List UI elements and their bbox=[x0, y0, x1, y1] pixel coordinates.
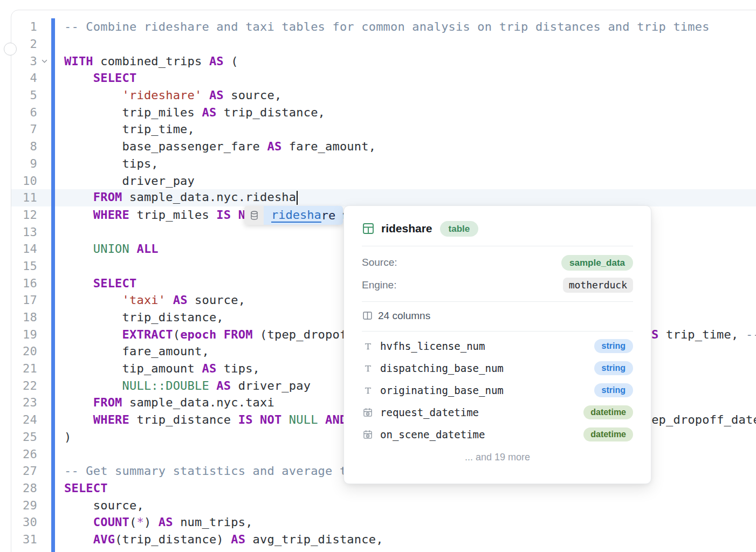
line-number: 15 bbox=[11, 259, 37, 273]
datetime-type-icon bbox=[362, 407, 374, 418]
line-number: 25 bbox=[11, 430, 37, 444]
columns-count: 24 columns bbox=[378, 310, 430, 322]
token-kw: AS bbox=[267, 140, 281, 153]
code-line[interactable]: 31 AVG(trip_distance) AS avg_trip_distan… bbox=[11, 531, 756, 548]
token-id: num_trips, bbox=[173, 515, 253, 529]
code-line[interactable]: 3WITH combined_trips AS ( bbox=[11, 52, 756, 70]
token-id bbox=[129, 242, 136, 256]
code-text: 'rideshare' AS source, bbox=[51, 88, 281, 102]
token-kw: ALL bbox=[136, 242, 158, 256]
code-line[interactable]: 30 COUNT(*) AS num_trips, bbox=[11, 514, 756, 531]
token-id: sample_data.nyc.ridesha bbox=[122, 190, 297, 204]
token-star: * bbox=[136, 515, 143, 529]
code-text: SELECT bbox=[51, 277, 136, 290]
line-number: 22 bbox=[11, 379, 37, 392]
token-id bbox=[64, 190, 93, 204]
token-com: -- Combine rideshare and taxi tables for… bbox=[64, 20, 710, 33]
divider bbox=[362, 331, 633, 332]
line-number: 23 bbox=[11, 396, 37, 409]
code-line[interactable]: 5 'rideshare' AS source, bbox=[11, 87, 756, 104]
columns-icon bbox=[362, 310, 373, 321]
token-com: -- bbox=[746, 328, 756, 341]
code-line[interactable]: 7 trip_time, bbox=[11, 121, 756, 138]
table-icon bbox=[362, 222, 375, 235]
token-id: trip_miles bbox=[64, 106, 202, 119]
token-id: fare_amount, bbox=[64, 344, 209, 358]
column-type-badge: datetime bbox=[583, 427, 633, 441]
fold-chevron-icon[interactable] bbox=[37, 58, 51, 64]
code-line[interactable]: 10 driver_pay bbox=[11, 172, 756, 189]
column-name: originating_base_num bbox=[380, 384, 504, 396]
line-number: 21 bbox=[11, 362, 37, 375]
token-id: sample_data.nyc.taxi bbox=[122, 396, 274, 409]
column-name: dispatching_base_num bbox=[380, 362, 504, 374]
code-text: tip_amount AS tips, bbox=[51, 362, 260, 375]
line-number: 13 bbox=[11, 225, 37, 239]
token-id bbox=[64, 242, 93, 256]
token-id bbox=[64, 328, 122, 341]
line-number: 30 bbox=[11, 515, 37, 529]
token-kw: AS bbox=[209, 88, 224, 102]
code-line[interactable]: 29 source, bbox=[11, 496, 756, 514]
token-kw: WHERE bbox=[93, 413, 129, 426]
code-text: trip_distance, bbox=[51, 310, 224, 324]
table-type-badge: table bbox=[440, 221, 479, 237]
token-id: avg_trip_distance, bbox=[245, 533, 383, 546]
token-kw: AS bbox=[202, 106, 216, 119]
token-id: (trip_distance) bbox=[115, 533, 231, 546]
token-kw: SELECT bbox=[93, 277, 137, 290]
line-number: 17 bbox=[11, 293, 37, 307]
line-number: 11 bbox=[11, 191, 37, 204]
token-id: source, bbox=[64, 499, 144, 512]
token-id: ) bbox=[144, 515, 159, 529]
code-line[interactable]: 32 AVG(trip_time) AS avg_trip_time, bbox=[11, 548, 756, 552]
line-number: 6 bbox=[11, 106, 37, 119]
code-text: -- Combine rideshare and taxi tables for… bbox=[51, 20, 710, 33]
column-row: on_scene_datetimedatetime bbox=[362, 427, 633, 442]
line-number: 28 bbox=[11, 481, 37, 495]
code-text: SELECT bbox=[51, 481, 108, 495]
text-cursor bbox=[297, 191, 298, 205]
code-text: COUNT(*) AS num_trips, bbox=[51, 515, 253, 529]
token-id bbox=[64, 413, 93, 426]
table-card-header: rideshare table bbox=[362, 220, 633, 237]
code-line[interactable]: 8 base_passenger_fare AS fare_amount, bbox=[11, 138, 756, 155]
code-text: AVG(trip_distance) AS avg_trip_distance, bbox=[51, 533, 383, 546]
token-id: ) bbox=[64, 430, 71, 444]
code-line[interactable]: 2 bbox=[11, 36, 756, 53]
code-line[interactable]: 4 SELECT bbox=[11, 70, 756, 87]
token-id bbox=[64, 293, 122, 307]
token-id: tips, bbox=[64, 157, 159, 170]
token-kw: epoch bbox=[180, 328, 216, 341]
more-columns-label: ... and 19 more bbox=[362, 452, 633, 463]
token-green: NULL bbox=[289, 413, 318, 426]
code-line[interactable]: 6 trip_miles AS trip_distance, bbox=[11, 104, 756, 121]
line-number: 12 bbox=[11, 208, 37, 222]
code-line[interactable]: 1-- Combine rideshare and taxi tables fo… bbox=[11, 18, 756, 36]
columns-summary: 24 columns bbox=[362, 309, 633, 322]
token-id: tip_amount bbox=[64, 362, 202, 375]
table-name: rideshare bbox=[381, 222, 432, 235]
token-id: ( bbox=[173, 328, 180, 341]
token-kw: SELECT bbox=[93, 71, 137, 85]
token-id: source, bbox=[188, 293, 246, 307]
token-id bbox=[64, 88, 122, 102]
code-text: driver_pay bbox=[51, 174, 195, 188]
code-text: NULL::DOUBLE AS driver_pay bbox=[51, 379, 311, 392]
token-kw: WITH bbox=[64, 54, 93, 68]
line-number: 16 bbox=[11, 277, 37, 290]
line-number: 7 bbox=[11, 122, 37, 136]
token-id bbox=[166, 293, 173, 307]
code-line[interactable]: 11 FROM sample_data.nyc.ridesha bbox=[11, 189, 756, 206]
divider bbox=[362, 246, 633, 246]
code-line[interactable]: 9 tips, bbox=[11, 155, 756, 172]
token-id: tips, bbox=[216, 362, 260, 375]
column-type-badge: string bbox=[594, 361, 633, 375]
column-name: hvfhs_license_num bbox=[380, 340, 485, 352]
autocomplete-option-rideshare[interactable]: rideshare bbox=[244, 206, 343, 225]
token-str: 'rideshare' bbox=[122, 88, 202, 102]
token-id bbox=[231, 208, 238, 222]
column-type-badge: string bbox=[594, 383, 633, 397]
string-type-icon bbox=[362, 363, 374, 374]
code-text: trip_miles AS trip_distance, bbox=[51, 106, 325, 119]
